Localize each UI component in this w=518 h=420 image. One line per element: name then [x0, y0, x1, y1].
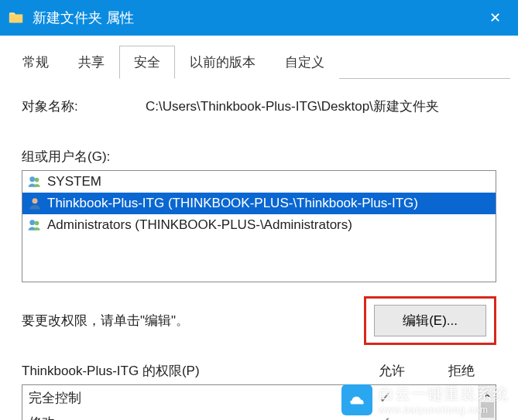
permissions-header-row: Thinkbook-Plus-ITG 的权限(P) 允许 拒绝	[22, 362, 496, 380]
content-area: 常规 共享 安全 以前的版本 自定义 对象名称: C:\Users\Thinkb…	[0, 36, 518, 420]
close-button[interactable]: ✕	[472, 0, 518, 36]
list-item-label: SYSTEM	[47, 174, 101, 190]
object-name-value: C:\Users\Thinkbook-Plus-ITG\Desktop\新建文件…	[146, 97, 496, 115]
list-item-label: Administrators (THINKBOOK-PLUS-\Administ…	[47, 217, 352, 233]
folder-icon	[8, 9, 25, 26]
tab-security[interactable]: 安全	[119, 46, 175, 79]
permission-name: 完全控制	[29, 389, 350, 407]
object-name-label: 对象名称:	[22, 97, 146, 115]
svg-point-1	[35, 178, 39, 183]
tab-general[interactable]: 常规	[8, 46, 63, 79]
svg-point-2	[33, 198, 38, 203]
edit-button-highlight: 编辑(E)...	[364, 296, 496, 345]
list-item[interactable]: Thinkbook-Plus-ITG (THINKBOOK-PLUS-\Thin…	[22, 193, 496, 214]
tab-label: 自定义	[285, 55, 324, 70]
tab-label: 以前的版本	[190, 55, 256, 70]
groups-users-label: 组或用户名(G):	[22, 148, 496, 166]
edit-button[interactable]: 编辑(E)...	[374, 305, 486, 336]
tab-label: 常规	[22, 55, 49, 70]
tab-label: 安全	[134, 55, 160, 70]
list-item[interactable]: SYSTEM	[22, 171, 496, 193]
watermark-logo-icon	[341, 384, 372, 415]
tab-label: 共享	[78, 55, 105, 70]
titlebar: 新建文件夹 属性 ✕	[0, 0, 518, 36]
tab-customize[interactable]: 自定义	[270, 46, 339, 79]
user-icon	[27, 196, 43, 211]
svg-point-4	[35, 221, 39, 226]
edit-row: 要更改权限，请单击"编辑"。 编辑(E)...	[22, 296, 496, 345]
users-listbox[interactable]: SYSTEM Thinkbook-Plus-ITG (THINKBOOK-PLU…	[22, 170, 496, 282]
svg-point-0	[29, 176, 35, 182]
tab-sharing[interactable]: 共享	[63, 46, 119, 79]
tab-strip: 常规 共享 安全 以前的版本 自定义	[8, 45, 510, 79]
window-title: 新建文件夹 属性	[33, 9, 472, 27]
edit-button-label: 编辑(E)...	[403, 313, 458, 328]
permissions-for-label: Thinkbook-Plus-ITG 的权限(P)	[22, 362, 357, 380]
object-name-row: 对象名称: C:\Users\Thinkbook-Plus-ITG\Deskto…	[22, 97, 496, 115]
allow-header: 允许	[357, 362, 427, 380]
watermark-text: 白云一键重装系统 www.baiyunxitong.com	[379, 384, 509, 415]
list-item[interactable]: Administrators (THINKBOOK-PLUS-\Administ…	[22, 214, 496, 236]
watermark: 白云一键重装系统 www.baiyunxitong.com	[341, 384, 509, 415]
security-panel: 对象名称: C:\Users\Thinkbook-Plus-ITG\Deskto…	[8, 79, 510, 420]
users-group-icon	[27, 174, 43, 190]
list-item-label: Thinkbook-Plus-ITG (THINKBOOK-PLUS-\Thin…	[47, 196, 418, 211]
watermark-title: 白云一键重装系统	[379, 384, 509, 405]
watermark-url: www.baiyunxitong.com	[379, 405, 509, 415]
edit-hint-text: 要更改权限，请单击"编辑"。	[22, 312, 364, 330]
deny-header: 拒绝	[427, 362, 496, 380]
svg-point-3	[29, 220, 35, 225]
close-icon: ✕	[489, 9, 501, 26]
users-group-icon	[27, 217, 43, 233]
tab-previous-versions[interactable]: 以前的版本	[175, 46, 270, 79]
permission-name: 修改	[29, 414, 350, 421]
